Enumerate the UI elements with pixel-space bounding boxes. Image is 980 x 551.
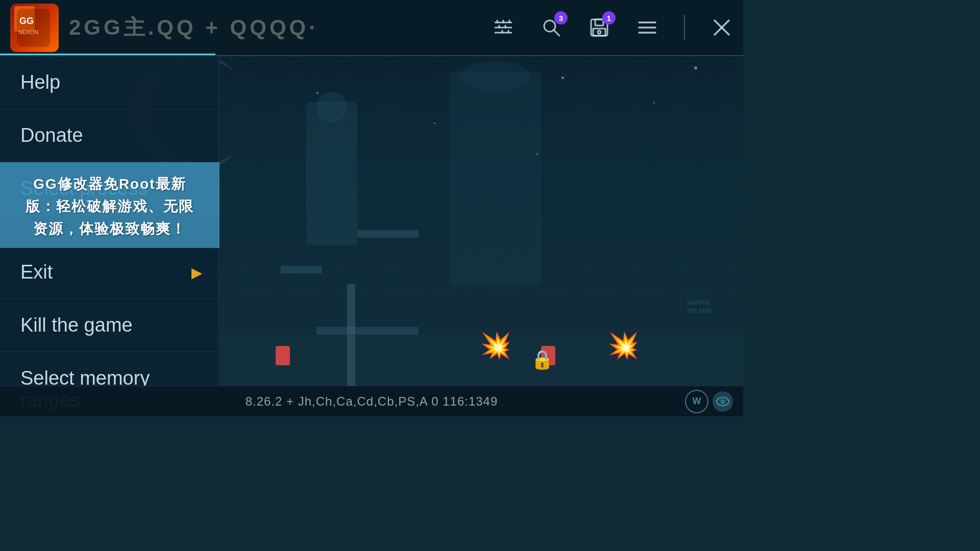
sidebar-divider: [218, 0, 219, 416]
arrow-right-icon: ▶: [191, 264, 250, 281]
svg-rect-16: [595, 19, 603, 26]
menu-item-donate[interactable]: Donate: [0, 109, 219, 162]
ladder: [347, 284, 355, 386]
svg-text:GG: GG: [19, 16, 34, 26]
menu-item-kill-game[interactable]: Kill the game: [0, 299, 219, 352]
platform: [316, 327, 419, 335]
header-title-area: 2GG主.QQ + QQQQ·: [59, 13, 492, 42]
svg-line-14: [554, 30, 559, 36]
save-badge: 1: [602, 11, 616, 24]
platform: [281, 266, 322, 273]
background-silhouette: [306, 102, 357, 245]
svg-text:NEXON: NEXON: [18, 29, 38, 35]
background-silhouette-head: [316, 92, 347, 122]
machine-silhouette: [449, 71, 541, 286]
promo-banner: GG修改器免Root最新版：轻松破解游戏、无限资源，体验极致畅爽！: [0, 162, 219, 248]
filter-button[interactable]: [492, 16, 514, 39]
watermark-eye-icon: [713, 391, 733, 412]
star: [653, 102, 655, 104]
svg-point-26: [722, 400, 724, 403]
app-title-display: 2GG主.QQ + QQQQ·: [69, 13, 318, 42]
status-text: 8.26.2 + Jh,Ch,Ca,Cd,Cb,PS,A 0 116:1349: [246, 394, 498, 409]
close-button[interactable]: [710, 16, 733, 39]
svg-rect-0: [17, 9, 50, 47]
svg-point-18: [598, 31, 601, 34]
app-logo: GG NEXON: [10, 4, 59, 52]
game-character: [276, 346, 290, 365]
save-button[interactable]: 1: [588, 16, 610, 39]
logo-graphic: GG NEXON: [14, 6, 53, 49]
star: [694, 66, 697, 69]
star: [434, 122, 435, 124]
watermark-domain: wanmame.com: [687, 298, 713, 314]
svg-rect-17: [593, 29, 605, 36]
header-icons: 3 1: [492, 15, 733, 40]
status-bar: 8.26.2 + Jh,Ch,Ca,Cd,Cb,PS,A 0 116:1349 …: [0, 386, 743, 416]
menu-item-help[interactable]: Help: [0, 56, 219, 109]
watermark-w-icon: W: [685, 390, 708, 413]
header: GG NEXON 2GG主.QQ + QQQQ·: [0, 0, 743, 56]
watermark-logos: W: [685, 390, 733, 413]
machine-head: [459, 61, 531, 92]
menu-item-exit[interactable]: Exit ▶: [0, 246, 219, 299]
search-button[interactable]: 3: [540, 16, 562, 39]
star: [316, 92, 318, 94]
lock-icon: 🔒: [531, 349, 554, 370]
platform: [357, 230, 419, 238]
menu-item-select-process[interactable]: Select process GG修改器免Root最新版：轻松破解游戏、无限资源…: [0, 162, 219, 215]
menu-container: Help Donate Select process GG修改器免Root最新版…: [0, 56, 219, 416]
search-badge: 3: [554, 11, 568, 24]
star: [561, 77, 564, 79]
header-separator: [684, 15, 685, 40]
menu-button[interactable]: [636, 16, 658, 39]
explosion-effect: 💥: [480, 331, 511, 360]
progress-bar: [0, 54, 215, 55]
explosion-effect: 💥: [607, 331, 639, 360]
